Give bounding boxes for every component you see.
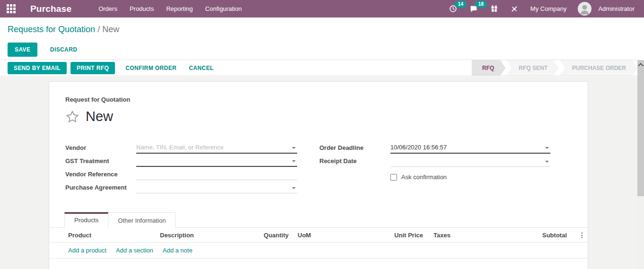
vendor-input[interactable]	[136, 143, 297, 153]
stage-rfq[interactable]: RFQ	[472, 60, 505, 76]
col-quantity: Quantity	[259, 228, 291, 243]
menu-reporting[interactable]: Reporting	[160, 0, 199, 17]
menu-orders[interactable]: Orders	[92, 0, 124, 17]
col-taxes: Taxes	[426, 228, 535, 243]
menu-products[interactable]: Products	[124, 0, 160, 17]
add-a-product-link[interactable]: Add a product	[68, 247, 106, 254]
col-uom: UoM	[291, 228, 394, 243]
add-a-note-link[interactable]: Add a note	[163, 247, 193, 254]
activity-menu-button[interactable]: 14	[444, 2, 462, 16]
order-deadline-label: Order Deadline	[319, 144, 390, 154]
chevron-down-icon[interactable]	[292, 147, 296, 149]
navbar-systray: 14 18 My Company	[444, 2, 636, 16]
apps-menu-button[interactable]	[0, 0, 22, 17]
table-add-row: Add a product Add a section Add a note	[49, 243, 588, 259]
crossed-tools-icon	[511, 5, 518, 13]
favorite-star-icon[interactable]	[65, 110, 79, 124]
messages-menu-button[interactable]: 18	[465, 2, 483, 16]
chevron-down-icon[interactable]	[545, 147, 549, 149]
form-view-container: Request for Quotation New Vendor GST Tre…	[0, 77, 637, 269]
apps-grid-icon	[7, 4, 16, 13]
gst-treatment-input[interactable]	[136, 156, 297, 166]
breadcrumb: Requests for Quotation / New	[8, 25, 636, 35]
chevron-down-icon[interactable]	[545, 161, 549, 163]
main-menu: Orders Products Reporting Configuration	[92, 0, 248, 17]
user-avatar[interactable]	[578, 2, 591, 16]
send-by-email-button[interactable]: SEND BY EMAIL	[8, 62, 67, 74]
col-product: Product	[49, 228, 160, 243]
receipt-date-label: Receipt Date	[319, 157, 390, 167]
form-sheet: Request for Quotation New Vendor GST Tre…	[49, 81, 588, 269]
chevron-down-icon[interactable]	[292, 187, 296, 189]
ask-confirmation-checkbox[interactable]	[390, 174, 397, 181]
notebook-tabs: Products Other Information	[49, 212, 588, 228]
breadcrumb-current: New	[102, 25, 119, 34]
stage-purchase-order[interactable]: PURCHASE ORDER	[560, 60, 637, 76]
breadcrumb-parent-link[interactable]: Requests for Quotation	[8, 25, 95, 34]
rewards-button[interactable]	[485, 2, 503, 16]
user-menu[interactable]: Administrator	[594, 2, 636, 15]
field-column-right: Order Deadline Receipt Date Ask confi	[318, 140, 572, 193]
order-deadline-input[interactable]	[390, 143, 550, 153]
menu-configuration[interactable]: Configuration	[199, 0, 248, 17]
record-name: New	[86, 109, 113, 124]
vendor-reference-input[interactable]	[136, 170, 297, 180]
top-navbar: Purchase Orders Products Reporting Confi…	[0, 0, 644, 17]
col-subtotal: Subtotal	[535, 228, 570, 243]
record-buttons: SAVE DISCARD	[8, 43, 636, 57]
purchase-agreement-input[interactable]	[136, 183, 297, 193]
vertical-scrollbar[interactable]	[637, 60, 644, 269]
person-icon	[578, 2, 591, 16]
purchase-agreement-label: Purchase Agreement	[65, 184, 136, 193]
doc-type-label: Request for Quotation	[65, 96, 572, 103]
tab-products[interactable]: Products	[64, 212, 108, 228]
gst-treatment-label: GST Treatment	[65, 157, 136, 167]
chevron-down-icon[interactable]	[292, 160, 296, 162]
order-lines-table: Product Description Quantity UoM Unit Pr…	[49, 228, 588, 259]
receipt-date-input[interactable]	[390, 156, 550, 166]
workflow-stages: RFQ RFQ SENT PURCHASE ORDER	[471, 60, 637, 76]
scrollbar-thumb[interactable]	[637, 68, 644, 196]
add-a-section-link[interactable]: Add a section	[116, 247, 153, 254]
field-column-left: Vendor GST Treatment Vendor Reference	[65, 140, 318, 193]
tab-other-information[interactable]: Other Information	[108, 212, 176, 228]
discard-button[interactable]: DISCARD	[44, 43, 83, 57]
confirm-order-button[interactable]: CONFIRM ORDER	[120, 62, 182, 74]
cancel-button[interactable]: CANCEL	[183, 62, 219, 74]
company-switcher[interactable]: My Company	[526, 2, 572, 15]
scrollbar-up-button[interactable]	[637, 60, 644, 68]
gift-icon	[490, 5, 498, 13]
col-description: Description	[160, 228, 259, 243]
vendor-reference-label: Vendor Reference	[65, 171, 136, 180]
stage-rfq-sent[interactable]: RFQ SENT	[506, 60, 559, 76]
vendor-label: Vendor	[65, 144, 136, 154]
col-unit-price: Unit Price	[394, 228, 426, 243]
print-rfq-button[interactable]: PRINT RFQ	[71, 62, 115, 74]
vertical-dots-icon[interactable]: ⋮	[570, 228, 589, 243]
table-header-row: Product Description Quantity UoM Unit Pr…	[49, 228, 589, 243]
statusbar: SEND BY EMAIL PRINT RFQ CONFIRM ORDER CA…	[0, 60, 637, 76]
control-panel: Requests for Quotation / New SAVE DISCAR…	[0, 17, 644, 60]
app-brand-title: Purchase	[30, 4, 71, 14]
save-button[interactable]: SAVE	[8, 43, 37, 57]
field-group: Vendor GST Treatment Vendor Reference	[65, 140, 572, 193]
ask-confirmation-label[interactable]: Ask confirmation	[401, 174, 447, 181]
tools-debug-button[interactable]	[506, 2, 523, 16]
